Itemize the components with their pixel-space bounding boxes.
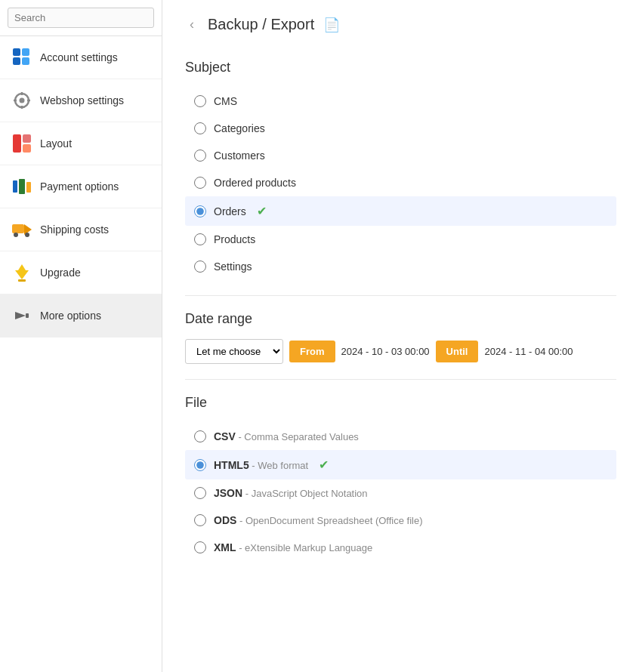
subject-radio-customers[interactable]	[194, 150, 206, 162]
account-settings-icon	[11, 47, 32, 68]
sidebar-item-payment-options[interactable]: Payment options	[0, 165, 162, 208]
file-title: File	[185, 395, 616, 411]
svg-rect-14	[19, 179, 25, 194]
subject-label-categories: Categories	[214, 122, 265, 134]
svg-rect-12	[23, 144, 31, 153]
svg-marker-22	[15, 312, 26, 319]
main-content: ‹ Backup / Export 📄 Subject CMSCategorie…	[162, 0, 639, 672]
file-radio-ods[interactable]	[194, 514, 206, 526]
svg-rect-2	[22, 48, 29, 56]
layout-icon	[11, 133, 32, 154]
subject-option-orders[interactable]: Orders✔	[185, 196, 616, 226]
svg-marker-20	[15, 264, 29, 279]
file-option-xml[interactable]: XML - eXtensible Markup Language	[185, 534, 616, 561]
subject-label-ordered-products: Ordered products	[214, 177, 296, 189]
subject-radio-cms[interactable]	[194, 95, 206, 107]
search-bar	[0, 0, 162, 36]
subject-option-ordered-products[interactable]: Ordered products	[185, 169, 616, 196]
subject-title: Subject	[185, 60, 616, 76]
page-header: ‹ Backup / Export 📄	[185, 15, 616, 42]
svg-rect-23	[26, 313, 29, 318]
sidebar: Account settingsWebshop settingsLayoutPa…	[0, 0, 162, 672]
file-radio-csv[interactable]	[194, 430, 206, 442]
subject-option-products[interactable]: Products	[185, 226, 616, 253]
file-label-xml: XML - eXtensible Markup Language	[214, 541, 372, 553]
date-range-title: Date range	[185, 311, 616, 327]
until-button[interactable]: Until	[436, 341, 479, 362]
file-option-json[interactable]: JSON - JavaScript Object Notation	[185, 479, 616, 507]
subject-option-categories[interactable]: Categories	[185, 115, 616, 142]
shipping-costs-icon	[11, 219, 32, 240]
file-radio-xml[interactable]	[194, 541, 206, 553]
subject-label-cms: CMS	[214, 95, 237, 107]
sidebar-item-upgrade[interactable]: Upgrade	[0, 251, 162, 294]
search-input[interactable]	[8, 8, 154, 28]
sidebar-item-label-upgrade: Upgrade	[40, 267, 81, 279]
more-options-icon	[11, 305, 32, 326]
svg-rect-0	[13, 48, 20, 56]
sidebar-item-webshop-settings[interactable]: Webshop settings	[0, 79, 162, 122]
svg-point-19	[25, 233, 29, 237]
svg-rect-10	[13, 134, 21, 153]
svg-rect-21	[18, 279, 26, 282]
svg-rect-3	[22, 57, 29, 65]
file-option-ods[interactable]: ODS - OpenDocument Spreadsheet (Office f…	[185, 507, 616, 534]
file-radio-json[interactable]	[194, 487, 206, 499]
sidebar-item-layout[interactable]: Layout	[0, 122, 162, 165]
sidebar-item-label-shipping-costs: Shipping costs	[40, 223, 109, 236]
file-label-html5: HTML5 - Web format	[214, 459, 308, 471]
svg-rect-16	[12, 224, 24, 233]
file-option-csv[interactable]: CSV - Comma Separated Values	[185, 423, 616, 450]
from-date-value: 2024 - 10 - 03 00:00	[341, 346, 430, 357]
divider-2	[185, 379, 616, 380]
subject-label-products: Products	[214, 233, 255, 245]
sidebar-item-more-options[interactable]: More options	[0, 294, 162, 338]
subject-label-orders: Orders	[214, 205, 246, 217]
back-button[interactable]: ‹	[185, 15, 199, 34]
subject-check-orders: ✔	[257, 204, 267, 218]
subject-option-settings[interactable]: Settings	[185, 253, 616, 280]
subject-label-customers: Customers	[214, 150, 265, 162]
upgrade-icon	[11, 262, 32, 283]
svg-rect-13	[13, 180, 17, 193]
divider-1	[185, 295, 616, 296]
svg-rect-1	[13, 57, 20, 65]
file-radio-html5[interactable]	[194, 459, 206, 471]
sidebar-item-shipping-costs[interactable]: Shipping costs	[0, 208, 162, 251]
payment-options-icon	[11, 176, 32, 197]
subject-option-cms[interactable]: CMS	[185, 88, 616, 115]
file-option-html5[interactable]: HTML5 - Web format✔	[185, 450, 616, 479]
subject-options: CMSCategoriesCustomersOrdered productsOr…	[185, 88, 616, 280]
date-range-row: Let me chooseLast 7 daysLast 30 daysLast…	[185, 339, 616, 364]
sidebar-item-label-layout: Layout	[40, 137, 72, 150]
file-label-json: JSON - JavaScript Object Notation	[214, 487, 368, 499]
svg-point-5	[20, 98, 25, 103]
date-range-select[interactable]: Let me chooseLast 7 daysLast 30 daysLast…	[185, 339, 283, 364]
from-button[interactable]: From	[289, 341, 335, 362]
file-options: CSV - Comma Separated ValuesHTML5 - Web …	[185, 423, 616, 561]
file-label-ods: ODS - OpenDocument Spreadsheet (Office f…	[214, 514, 423, 526]
subject-radio-settings[interactable]	[194, 260, 206, 273]
subject-radio-ordered-products[interactable]	[194, 177, 206, 189]
page-title: Backup / Export	[208, 16, 314, 33]
webshop-settings-icon	[11, 90, 32, 111]
file-section: File CSV - Comma Separated ValuesHTML5 -…	[185, 395, 616, 561]
subject-radio-products[interactable]	[194, 233, 206, 245]
svg-rect-11	[23, 134, 31, 143]
sidebar-item-label-webshop-settings: Webshop settings	[40, 94, 124, 106]
subject-label-settings: Settings	[214, 260, 252, 273]
subject-option-customers[interactable]: Customers	[185, 142, 616, 169]
svg-point-18	[14, 233, 18, 237]
subject-radio-categories[interactable]	[194, 122, 206, 134]
sidebar-item-account-settings[interactable]: Account settings	[0, 36, 162, 79]
svg-rect-15	[26, 182, 31, 193]
page-icon: 📄	[323, 17, 340, 33]
subject-radio-orders[interactable]	[194, 205, 206, 217]
sidebar-item-label-payment-options: Payment options	[40, 180, 119, 193]
until-date-value: 2024 - 11 - 04 00:00	[484, 346, 573, 357]
file-check-html5: ✔	[319, 458, 329, 472]
sidebar-item-label-account-settings: Account settings	[40, 51, 118, 63]
file-label-csv: CSV - Comma Separated Values	[214, 430, 359, 442]
sidebar-item-label-more-options: More options	[40, 310, 101, 322]
